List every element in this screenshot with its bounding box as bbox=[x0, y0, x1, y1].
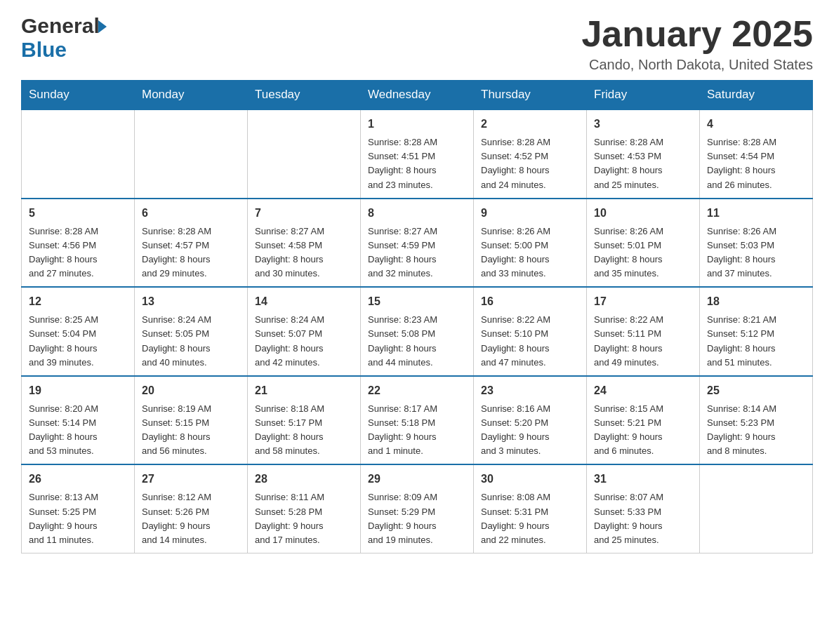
calendar-cell: 25Sunrise: 8:14 AM Sunset: 5:23 PM Dayli… bbox=[700, 376, 813, 465]
day-info: Sunrise: 8:28 AM Sunset: 4:54 PM Dayligh… bbox=[707, 135, 805, 192]
day-info: Sunrise: 8:09 AM Sunset: 5:29 PM Dayligh… bbox=[368, 490, 466, 547]
day-number: 21 bbox=[255, 382, 353, 399]
day-number: 3 bbox=[594, 116, 692, 133]
day-number: 11 bbox=[707, 205, 805, 222]
calendar-body: 1Sunrise: 8:28 AM Sunset: 4:51 PM Daylig… bbox=[22, 109, 813, 553]
day-number: 24 bbox=[594, 382, 692, 399]
logo-blue-text: Blue bbox=[21, 38, 67, 62]
day-info: Sunrise: 8:23 AM Sunset: 5:08 PM Dayligh… bbox=[368, 313, 466, 370]
calendar-cell: 22Sunrise: 8:17 AM Sunset: 5:18 PM Dayli… bbox=[361, 376, 474, 465]
calendar-cell: 30Sunrise: 8:08 AM Sunset: 5:31 PM Dayli… bbox=[474, 464, 587, 553]
weekday-header-friday: Friday bbox=[587, 81, 700, 110]
day-info: Sunrise: 8:21 AM Sunset: 5:12 PM Dayligh… bbox=[707, 313, 805, 370]
day-info: Sunrise: 8:14 AM Sunset: 5:23 PM Dayligh… bbox=[707, 402, 805, 459]
day-info: Sunrise: 8:16 AM Sunset: 5:20 PM Dayligh… bbox=[481, 402, 579, 459]
day-info: Sunrise: 8:26 AM Sunset: 5:01 PM Dayligh… bbox=[594, 224, 692, 281]
day-info: Sunrise: 8:28 AM Sunset: 4:52 PM Dayligh… bbox=[481, 135, 579, 192]
day-info: Sunrise: 8:17 AM Sunset: 5:18 PM Dayligh… bbox=[368, 402, 466, 459]
weekday-header-thursday: Thursday bbox=[474, 81, 587, 110]
logo-general-text: General bbox=[21, 14, 100, 38]
weekday-header-monday: Monday bbox=[135, 81, 248, 110]
day-info: Sunrise: 8:11 AM Sunset: 5:28 PM Dayligh… bbox=[255, 490, 353, 547]
day-number: 29 bbox=[368, 471, 466, 488]
day-number: 23 bbox=[481, 382, 579, 399]
calendar-cell: 16Sunrise: 8:22 AM Sunset: 5:10 PM Dayli… bbox=[474, 287, 587, 376]
day-number: 10 bbox=[594, 205, 692, 222]
calendar-cell: 6Sunrise: 8:28 AM Sunset: 4:57 PM Daylig… bbox=[135, 199, 248, 288]
calendar-cell: 5Sunrise: 8:28 AM Sunset: 4:56 PM Daylig… bbox=[22, 199, 135, 288]
calendar-header: SundayMondayTuesdayWednesdayThursdayFrid… bbox=[22, 81, 813, 110]
day-number: 25 bbox=[707, 382, 805, 399]
calendar-cell: 18Sunrise: 8:21 AM Sunset: 5:12 PM Dayli… bbox=[700, 287, 813, 376]
calendar-cell: 11Sunrise: 8:26 AM Sunset: 5:03 PM Dayli… bbox=[700, 199, 813, 288]
calendar-cell bbox=[22, 109, 135, 199]
day-number: 5 bbox=[29, 205, 127, 222]
day-info: Sunrise: 8:07 AM Sunset: 5:33 PM Dayligh… bbox=[594, 490, 692, 547]
calendar-week-4: 19Sunrise: 8:20 AM Sunset: 5:14 PM Dayli… bbox=[22, 376, 813, 465]
day-number: 27 bbox=[142, 471, 240, 488]
day-info: Sunrise: 8:20 AM Sunset: 5:14 PM Dayligh… bbox=[29, 402, 127, 459]
calendar-cell: 19Sunrise: 8:20 AM Sunset: 5:14 PM Dayli… bbox=[22, 376, 135, 465]
calendar-cell: 1Sunrise: 8:28 AM Sunset: 4:51 PM Daylig… bbox=[361, 109, 474, 199]
day-info: Sunrise: 8:28 AM Sunset: 4:51 PM Dayligh… bbox=[368, 135, 466, 192]
calendar-cell: 23Sunrise: 8:16 AM Sunset: 5:20 PM Dayli… bbox=[474, 376, 587, 465]
day-number: 15 bbox=[368, 293, 466, 310]
calendar-week-1: 1Sunrise: 8:28 AM Sunset: 4:51 PM Daylig… bbox=[22, 109, 813, 199]
logo-triangle-icon bbox=[98, 20, 107, 33]
day-number: 1 bbox=[368, 116, 466, 133]
day-number: 14 bbox=[255, 293, 353, 310]
day-number: 4 bbox=[707, 116, 805, 133]
calendar-cell: 17Sunrise: 8:22 AM Sunset: 5:11 PM Dayli… bbox=[587, 287, 700, 376]
calendar-week-3: 12Sunrise: 8:25 AM Sunset: 5:04 PM Dayli… bbox=[22, 287, 813, 376]
day-number: 20 bbox=[142, 382, 240, 399]
day-info: Sunrise: 8:26 AM Sunset: 5:00 PM Dayligh… bbox=[481, 224, 579, 281]
day-number: 7 bbox=[255, 205, 353, 222]
day-info: Sunrise: 8:28 AM Sunset: 4:53 PM Dayligh… bbox=[594, 135, 692, 192]
day-number: 28 bbox=[255, 471, 353, 488]
calendar-cell: 15Sunrise: 8:23 AM Sunset: 5:08 PM Dayli… bbox=[361, 287, 474, 376]
day-info: Sunrise: 8:08 AM Sunset: 5:31 PM Dayligh… bbox=[481, 490, 579, 547]
calendar-cell: 26Sunrise: 8:13 AM Sunset: 5:25 PM Dayli… bbox=[22, 464, 135, 553]
weekday-header-saturday: Saturday bbox=[700, 81, 813, 110]
calendar-cell bbox=[248, 109, 361, 199]
title-block: January 2025 Cando, North Dakota, United… bbox=[581, 14, 813, 73]
day-info: Sunrise: 8:27 AM Sunset: 4:59 PM Dayligh… bbox=[368, 224, 466, 281]
calendar-week-2: 5Sunrise: 8:28 AM Sunset: 4:56 PM Daylig… bbox=[22, 199, 813, 288]
day-number: 13 bbox=[142, 293, 240, 310]
day-info: Sunrise: 8:24 AM Sunset: 5:05 PM Dayligh… bbox=[142, 313, 240, 370]
day-number: 17 bbox=[594, 293, 692, 310]
calendar-cell: 12Sunrise: 8:25 AM Sunset: 5:04 PM Dayli… bbox=[22, 287, 135, 376]
calendar-cell: 8Sunrise: 8:27 AM Sunset: 4:59 PM Daylig… bbox=[361, 199, 474, 288]
day-info: Sunrise: 8:18 AM Sunset: 5:17 PM Dayligh… bbox=[255, 402, 353, 459]
calendar-cell: 14Sunrise: 8:24 AM Sunset: 5:07 PM Dayli… bbox=[248, 287, 361, 376]
day-number: 16 bbox=[481, 293, 579, 310]
day-info: Sunrise: 8:26 AM Sunset: 5:03 PM Dayligh… bbox=[707, 224, 805, 281]
calendar-table: SundayMondayTuesdayWednesdayThursdayFrid… bbox=[21, 80, 813, 554]
day-number: 12 bbox=[29, 293, 127, 310]
page-header: General Blue January 2025 Cando, North D… bbox=[21, 14, 813, 73]
weekday-header-row: SundayMondayTuesdayWednesdayThursdayFrid… bbox=[22, 81, 813, 110]
calendar-week-5: 26Sunrise: 8:13 AM Sunset: 5:25 PM Dayli… bbox=[22, 464, 813, 553]
day-number: 22 bbox=[368, 382, 466, 399]
day-info: Sunrise: 8:28 AM Sunset: 4:56 PM Dayligh… bbox=[29, 224, 127, 281]
day-info: Sunrise: 8:25 AM Sunset: 5:04 PM Dayligh… bbox=[29, 313, 127, 370]
day-number: 26 bbox=[29, 471, 127, 488]
day-info: Sunrise: 8:28 AM Sunset: 4:57 PM Dayligh… bbox=[142, 224, 240, 281]
calendar-cell: 29Sunrise: 8:09 AM Sunset: 5:29 PM Dayli… bbox=[361, 464, 474, 553]
day-info: Sunrise: 8:13 AM Sunset: 5:25 PM Dayligh… bbox=[29, 490, 127, 547]
calendar-cell bbox=[135, 109, 248, 199]
day-number: 8 bbox=[368, 205, 466, 222]
day-number: 31 bbox=[594, 471, 692, 488]
day-info: Sunrise: 8:24 AM Sunset: 5:07 PM Dayligh… bbox=[255, 313, 353, 370]
calendar-cell: 31Sunrise: 8:07 AM Sunset: 5:33 PM Dayli… bbox=[587, 464, 700, 553]
day-number: 19 bbox=[29, 382, 127, 399]
day-info: Sunrise: 8:15 AM Sunset: 5:21 PM Dayligh… bbox=[594, 402, 692, 459]
day-info: Sunrise: 8:22 AM Sunset: 5:10 PM Dayligh… bbox=[481, 313, 579, 370]
calendar-cell: 3Sunrise: 8:28 AM Sunset: 4:53 PM Daylig… bbox=[587, 109, 700, 199]
day-info: Sunrise: 8:19 AM Sunset: 5:15 PM Dayligh… bbox=[142, 402, 240, 459]
calendar-cell: 21Sunrise: 8:18 AM Sunset: 5:17 PM Dayli… bbox=[248, 376, 361, 465]
day-number: 18 bbox=[707, 293, 805, 310]
calendar-cell: 24Sunrise: 8:15 AM Sunset: 5:21 PM Dayli… bbox=[587, 376, 700, 465]
day-info: Sunrise: 8:27 AM Sunset: 4:58 PM Dayligh… bbox=[255, 224, 353, 281]
month-title: January 2025 bbox=[581, 14, 813, 54]
